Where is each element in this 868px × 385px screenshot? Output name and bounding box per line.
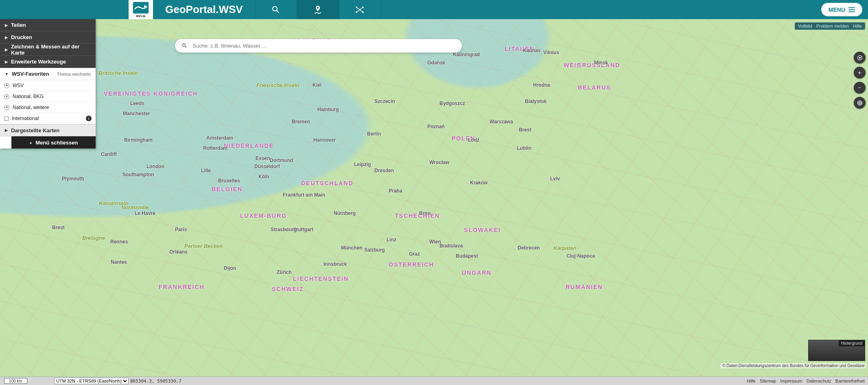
displayed-maps[interactable]: ▶Dargestellte Karten (0, 124, 96, 136)
nav-map[interactable] (297, 0, 339, 19)
quick-links: Vollbild Problem melden Hilfe (795, 22, 865, 30)
locate-button[interactable] (854, 52, 866, 63)
chevron-down-icon: ▼ (5, 72, 9, 76)
map-attribution: © Daten:Dienstleistungszentrum des Bunde… (721, 363, 866, 368)
footer-impressum[interactable]: Impressum (780, 378, 802, 383)
checkbox-icon[interactable] (4, 116, 9, 121)
chevron-right-icon: ▶ (5, 60, 8, 64)
srs-select[interactable]: UTM 32N - ETRS89 (East/North) (54, 378, 129, 384)
svg-point-7 (859, 57, 861, 59)
link-hilfe[interactable]: Hilfe (853, 24, 862, 28)
tree-international[interactable]: Internationali (0, 113, 96, 124)
wave-arrow-icon: WSV.de (133, 2, 149, 18)
tool-erweitert[interactable]: ▶Erweiterte Werkzeuge (0, 56, 96, 68)
label: National, weitere (13, 105, 49, 110)
map-canvas[interactable] (0, 19, 868, 376)
label: International (12, 116, 39, 121)
footer-barrierefreiheit[interactable]: Barrierefreiheit (835, 378, 865, 383)
menu-button-label: MENU (829, 7, 845, 13)
coordinates-readout: 865304.3, 5905330.7 (130, 378, 181, 384)
label: National, BKG (13, 94, 44, 99)
content-area: VEREINIGTES KÖNIGREICHDEUTSCHLANDFRANKRE… (0, 19, 868, 376)
chevron-up-icon: ▲ (29, 141, 33, 144)
hamburger-icon (848, 7, 855, 12)
status-bar: 100 km UTM 32N - ETRS89 (East/North) 865… (0, 376, 868, 385)
tool-teilen[interactable]: ▶Teilen (0, 19, 96, 31)
wsv-logo[interactable]: WSV.de (129, 0, 153, 19)
zoom-out-button[interactable]: － (854, 82, 866, 94)
chevron-right-icon: ▶ (5, 35, 8, 39)
tree-wsv[interactable]: +WSV (0, 80, 96, 91)
network-icon (355, 5, 365, 15)
theme-switch-link[interactable]: Thema wechseln (57, 72, 91, 77)
search-input[interactable] (192, 43, 455, 49)
tool-drucken[interactable]: ▶Drucken (0, 31, 96, 44)
footer-hilfe[interactable]: Hilfe (747, 378, 756, 383)
chevron-right-icon: ▶ (5, 128, 8, 132)
label: Teilen (11, 22, 26, 28)
search-icon (181, 43, 188, 49)
svg-text:WSV.de: WSV.de (136, 15, 146, 18)
label: Menü schliessen (35, 140, 78, 146)
background-switcher[interactable]: Hintergrund (808, 340, 865, 361)
favorites-header[interactable]: ▼ WSV-Favoriten Thema wechseln (0, 68, 96, 80)
footer-datenschutz[interactable]: Datenschutz (807, 378, 831, 383)
tool-zeichnen-messen[interactable]: ▶Zeichnen & Messen auf der Karte (0, 44, 96, 56)
chevron-right-icon: ▶ (5, 23, 8, 27)
footer-sitemap[interactable]: Sitemap (760, 378, 776, 383)
label: Erweiterte Werkzeuge (11, 59, 66, 65)
zoom-in-button[interactable]: ＋ (854, 67, 866, 79)
hintergrund-label: Hintergrund (839, 340, 865, 346)
scale-indicator: 100 km (4, 378, 27, 384)
locate-icon (857, 55, 863, 61)
close-menu-button[interactable]: ▲Menü schliessen (11, 136, 96, 149)
label: Dargestellte Karten (11, 127, 59, 133)
app-header: WSV.de GeoPortal.WSV MENU (0, 0, 868, 19)
footer-links: Hilfe Sitemap Impressum Datenschutz Barr… (747, 378, 865, 383)
tree-national-weitere[interactable]: +National, weitere (0, 102, 96, 113)
app-title: GeoPortal.WSV (153, 0, 255, 19)
menu-button[interactable]: MENU (821, 3, 862, 16)
link-problem-melden[interactable]: Problem melden (816, 24, 849, 28)
extent-button[interactable] (854, 97, 866, 109)
globe-extent-icon (857, 100, 863, 106)
expand-icon: + (4, 83, 9, 88)
tree-national-bkg[interactable]: +National, BKG (0, 91, 96, 102)
info-icon[interactable]: i (86, 116, 92, 121)
side-panel: ▶Teilen ▶Drucken ▶Zeichnen & Messen auf … (0, 19, 96, 149)
header-spacer-right (381, 0, 816, 19)
favorites-title: WSV-Favoriten (12, 71, 49, 77)
nav-network[interactable] (339, 0, 381, 19)
map-controls: ＋ － (854, 52, 866, 109)
link-vollbild[interactable]: Vollbild (798, 24, 812, 28)
nav-search[interactable] (255, 0, 297, 19)
header-spacer-left (0, 0, 129, 19)
map-search[interactable] (175, 39, 462, 52)
expand-icon: + (4, 94, 9, 99)
label: WSV (13, 83, 24, 88)
chevron-right-icon: ▶ (5, 48, 8, 52)
expand-icon: + (4, 105, 9, 110)
search-icon (271, 5, 281, 15)
label: Zeichnen & Messen auf der Karte (11, 44, 91, 56)
label: Drucken (11, 34, 32, 40)
map-pin-icon (313, 5, 323, 15)
